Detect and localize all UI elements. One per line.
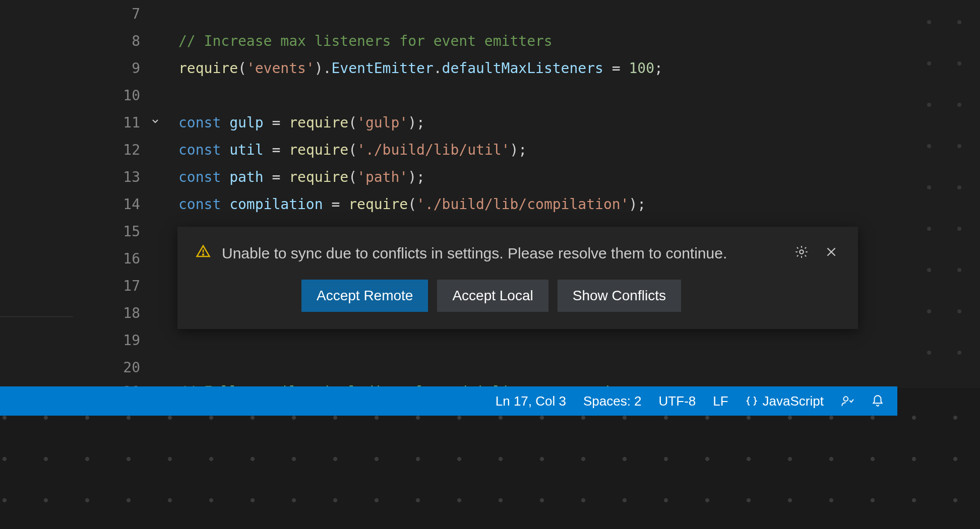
code-line[interactable]: 8// Increase max listeners for event emi… <box>0 27 897 54</box>
code-token: gulp <box>229 114 263 131</box>
left-gutter-divider <box>0 316 73 347</box>
line-number: 7 <box>112 6 140 22</box>
minimap[interactable] <box>897 0 980 388</box>
code-line[interactable]: 13const path = require('path'); <box>0 163 897 190</box>
braces-icon <box>746 395 758 407</box>
line-number: 11 <box>112 114 140 131</box>
line-number: 10 <box>112 87 140 104</box>
line-number: 16 <box>112 250 140 267</box>
line-number: 19 <box>112 332 140 349</box>
warning-icon <box>196 244 211 261</box>
line-number: 13 <box>112 169 140 185</box>
code-token: // Increase max listeners for event emit… <box>178 33 553 49</box>
code-token: const <box>178 114 229 131</box>
code-token: ; <box>654 60 663 77</box>
gear-icon[interactable] <box>792 243 811 261</box>
code-token: const <box>178 142 229 158</box>
line-number: 17 <box>112 278 140 294</box>
code-line[interactable]: 9require('events').EventEmitter.defaultM… <box>0 54 897 82</box>
sync-conflict-notification: Unable to sync due to conflicts in setti… <box>177 227 858 329</box>
code-token: ( <box>348 169 357 185</box>
notification-message: Unable to sync due to conflicts in setti… <box>222 242 781 266</box>
code-token: compilation <box>229 196 323 213</box>
line-number: 12 <box>112 142 140 158</box>
code-line[interactable]: 19 <box>0 326 897 354</box>
line-number: 14 <box>112 196 140 213</box>
code-token: require <box>289 114 348 131</box>
line-number: 18 <box>112 305 140 321</box>
status-language-label: JavaScript <box>763 393 824 409</box>
code-token: ( <box>238 60 247 77</box>
line-number: 9 <box>112 60 140 77</box>
code-line[interactable]: 7 <box>0 0 897 27</box>
code-token: = <box>323 196 349 213</box>
code-token: ); <box>408 114 425 131</box>
code-token: = <box>264 142 289 158</box>
code-line[interactable]: 11const gulp = require('gulp'); <box>0 109 897 136</box>
code-token: require <box>289 142 348 158</box>
code-token: 'events' <box>247 60 315 77</box>
code-token: ). <box>315 60 332 77</box>
code-token: require <box>289 169 348 185</box>
code-token: . <box>434 60 442 77</box>
accept-remote-button[interactable]: Accept Remote <box>301 280 428 312</box>
code-token: 'gulp' <box>357 114 408 131</box>
chevron-down-icon[interactable] <box>150 116 160 129</box>
code-line[interactable]: 20 <box>0 354 897 381</box>
line-number: 20 <box>112 359 140 376</box>
status-language-mode[interactable]: JavaScript <box>746 393 824 409</box>
accept-local-button[interactable]: Accept Local <box>437 280 548 312</box>
code-token: 100 <box>629 60 654 77</box>
status-encoding[interactable]: UTF-8 <box>659 393 696 409</box>
code-token: ( <box>348 142 357 158</box>
code-token: = <box>264 114 289 131</box>
code-line[interactable]: 12const util = require('./build/lib/util… <box>0 136 897 163</box>
feedback-icon[interactable] <box>841 394 854 408</box>
code-line[interactable]: 10 <box>0 82 897 109</box>
code-token: = <box>264 169 289 185</box>
code-token: ); <box>629 196 646 213</box>
line-number: 8 <box>112 33 140 49</box>
code-token: = <box>603 60 629 77</box>
line-number: 15 <box>112 223 140 240</box>
code-token: defaultMaxListeners <box>442 60 603 77</box>
code-token: ); <box>510 142 527 158</box>
close-icon[interactable] <box>823 243 840 260</box>
code-token: './build/lib/util' <box>357 142 510 158</box>
code-token: const <box>178 169 229 185</box>
code-token: ( <box>348 114 357 131</box>
code-token: require <box>348 196 408 213</box>
code-token: EventEmitter <box>331 60 433 77</box>
code-token: ); <box>408 169 425 185</box>
svg-point-2 <box>800 250 803 253</box>
code-line[interactable]: 14const compilation = require('./build/l… <box>0 190 897 218</box>
status-cursor-position[interactable]: Ln 17, Col 3 <box>496 393 566 409</box>
status-bar: Ln 17, Col 3 Spaces: 2 UTF-8 LF JavaScri… <box>0 386 897 416</box>
code-token: './build/lib/compilation' <box>416 196 629 213</box>
status-indentation[interactable]: Spaces: 2 <box>583 393 642 409</box>
code-token: 'path' <box>357 169 408 185</box>
code-token: require <box>178 60 238 77</box>
show-conflicts-button[interactable]: Show Conflicts <box>558 280 681 312</box>
bell-icon[interactable] <box>871 394 884 408</box>
code-token: util <box>229 142 263 158</box>
svg-point-1 <box>203 254 204 255</box>
code-token: const <box>178 196 229 213</box>
svg-point-5 <box>843 396 848 401</box>
code-token: ( <box>408 196 416 213</box>
code-editor[interactable]: 78// Increase max listeners for event em… <box>0 0 897 388</box>
status-eol[interactable]: LF <box>713 393 728 409</box>
code-token: path <box>229 169 263 185</box>
